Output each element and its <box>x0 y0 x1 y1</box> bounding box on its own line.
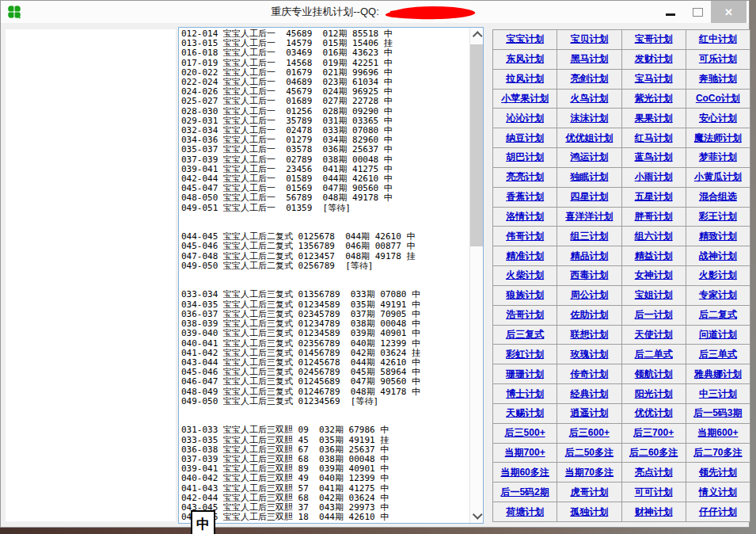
plan-link[interactable]: 狼族计划 <box>506 288 544 302</box>
plan-link[interactable]: 后三单式 <box>699 348 737 361</box>
plan-link[interactable]: 后三500+ <box>505 426 545 440</box>
plan-link[interactable]: 后二50多注 <box>565 446 614 460</box>
plan-link[interactable]: 组六计划 <box>635 230 673 243</box>
plan-link[interactable]: 可乐计划 <box>699 52 737 66</box>
plan-link[interactable]: 宝马计划 <box>635 72 673 86</box>
plan-link[interactable]: 当期60多注 <box>500 466 549 479</box>
plan-link[interactable]: 混合组选 <box>699 190 737 204</box>
plan-link[interactable]: 亮亮计划 <box>506 170 544 184</box>
plan-link[interactable]: 紫光计划 <box>635 92 673 105</box>
plan-link[interactable]: 仔仔计划 <box>699 505 737 519</box>
plan-link[interactable]: 经典计划 <box>570 387 608 401</box>
plan-link[interactable]: 传奇计划 <box>570 368 608 381</box>
plan-link[interactable]: 当期70多注 <box>565 466 614 479</box>
plan-link[interactable]: 小苹果计划 <box>501 92 549 105</box>
plan-link[interactable]: 彩虹计划 <box>506 348 544 361</box>
plan-link[interactable]: 阳光计划 <box>635 387 673 401</box>
plan-link[interactable]: 梦菲计划 <box>699 151 737 164</box>
plan-link[interactable]: 红中计划 <box>699 32 737 46</box>
plan-link[interactable]: 四星计划 <box>570 190 608 204</box>
plan-link[interactable]: 火鸟计划 <box>570 92 608 105</box>
plan-link[interactable]: 宝哥计划 <box>635 32 673 46</box>
plan-link[interactable]: 黑马计划 <box>570 52 608 66</box>
plan-link[interactable]: 情义计划 <box>699 486 737 499</box>
plan-link[interactable]: 领航计划 <box>635 368 673 381</box>
plan-link[interactable]: 精准计划 <box>506 250 544 263</box>
scroll-up-icon[interactable] <box>470 28 483 41</box>
plan-link[interactable]: 后一5码2期 <box>500 486 549 499</box>
plan-link[interactable]: 鸿运计划 <box>570 151 608 164</box>
plan-link[interactable]: 女神计划 <box>635 269 673 282</box>
plan-link[interactable]: 战神计划 <box>699 250 737 263</box>
plan-link[interactable]: 胖哥计划 <box>635 210 673 223</box>
plan-link[interactable]: 沁沁计划 <box>506 112 544 125</box>
plan-link[interactable]: CoCo计划 <box>696 92 740 105</box>
plan-link[interactable]: 小雨计划 <box>635 170 673 184</box>
plan-link[interactable]: 后二70多注 <box>693 446 742 460</box>
close-button[interactable]: ✕ <box>711 1 747 23</box>
plan-link[interactable]: 博士计划 <box>506 387 544 401</box>
plan-link[interactable]: 彩王计划 <box>699 210 737 223</box>
plan-link[interactable]: 西毒计划 <box>570 269 608 282</box>
plan-link[interactable]: 当期700+ <box>505 446 545 460</box>
plan-link[interactable]: 精益计划 <box>635 250 673 263</box>
plan-link[interactable]: 亮点计划 <box>635 466 673 479</box>
plan-link[interactable]: 后一5码3期 <box>693 406 742 420</box>
plan-link[interactable]: 虎哥计划 <box>570 486 608 499</box>
plan-link[interactable]: 奔驰计划 <box>699 72 737 86</box>
plan-link[interactable]: 问道计划 <box>699 328 737 341</box>
plan-link[interactable]: 优优计划 <box>635 406 673 420</box>
minimize-button[interactable] <box>657 1 684 23</box>
plan-link[interactable]: 优优姐计划 <box>565 132 613 145</box>
plan-link[interactable]: 东风计划 <box>506 52 544 66</box>
plan-link[interactable]: 领先计划 <box>699 466 737 479</box>
plan-link[interactable]: 宝姐计划 <box>635 288 673 302</box>
plan-link[interactable]: 荷塘计划 <box>506 505 544 519</box>
plan-link[interactable]: 当期600+ <box>697 426 738 440</box>
plan-link[interactable]: 火柴计划 <box>506 269 544 282</box>
plan-link[interactable]: 小黄瓜计划 <box>694 170 742 184</box>
plan-link[interactable]: 精品计划 <box>570 250 608 263</box>
plan-link[interactable]: 后三600+ <box>569 426 610 440</box>
plan-link[interactable]: 佐助计划 <box>570 308 608 322</box>
plan-link[interactable]: 联想计划 <box>570 328 608 341</box>
plan-link[interactable]: 独眠计划 <box>570 170 608 184</box>
plan-link[interactable]: 发财计划 <box>635 52 673 66</box>
plan-link[interactable]: 香蕉计划 <box>506 190 544 204</box>
plan-link[interactable]: 组三计划 <box>570 230 608 243</box>
plan-link[interactable]: 魔法师计划 <box>694 132 742 145</box>
plan-link[interactable]: 五星计划 <box>635 190 673 204</box>
plan-link[interactable]: 后一计划 <box>635 308 673 322</box>
plan-link[interactable]: 后二单式 <box>635 348 673 361</box>
plan-link[interactable]: 财神计划 <box>635 505 673 519</box>
plan-link[interactable]: 天赐计划 <box>506 406 544 420</box>
plan-link[interactable]: 纳豆计划 <box>506 132 544 145</box>
plan-link[interactable]: 果果计划 <box>635 112 673 125</box>
plan-link[interactable]: 浩哥计划 <box>506 308 544 322</box>
plan-link[interactable]: 亮剑计划 <box>570 72 608 86</box>
plan-link[interactable]: 洛情计划 <box>506 210 544 223</box>
scroll-down-icon[interactable] <box>470 509 483 523</box>
plan-link[interactable]: 周公计划 <box>570 288 608 302</box>
plan-link[interactable]: 专家计划 <box>699 288 737 302</box>
plan-link[interactable]: 可可计划 <box>635 486 673 499</box>
plan-link[interactable]: 拉风计划 <box>506 72 544 86</box>
plan-link[interactable]: 红马计划 <box>635 132 673 145</box>
maximize-button[interactable] <box>684 1 711 23</box>
plan-link[interactable]: 后三700+ <box>633 426 674 440</box>
plan-link[interactable]: 后三复式 <box>506 328 544 341</box>
plan-link[interactable]: 珊珊计划 <box>506 368 544 381</box>
plan-link[interactable]: 雅典娜计划 <box>694 368 742 381</box>
plan-link[interactable]: 孤独计划 <box>570 505 608 519</box>
plan-link[interactable]: 宝宝计划 <box>506 32 544 46</box>
plan-link[interactable]: 后二60多注 <box>629 446 678 460</box>
plan-link[interactable]: 逍遥计划 <box>570 406 608 420</box>
plan-log-textbox[interactable]: 012-014 宝宝人工后一 45689 012期 85518 中 013-01… <box>178 27 484 524</box>
scrollbar-thumb[interactable] <box>470 44 483 246</box>
plan-link[interactable]: 喜洋洋计划 <box>565 210 613 223</box>
plan-link[interactable]: 玫瑰计划 <box>570 348 608 361</box>
plan-link[interactable]: 天使计划 <box>635 328 673 341</box>
plan-link[interactable]: 中三计划 <box>699 387 737 401</box>
plan-link[interactable]: 蓝鸟计划 <box>635 151 673 164</box>
plan-link[interactable]: 沫沫计划 <box>570 112 608 125</box>
